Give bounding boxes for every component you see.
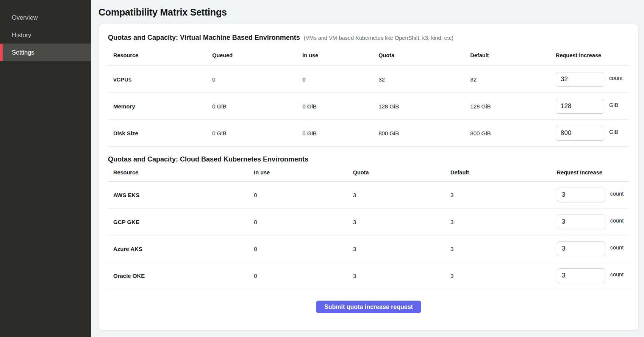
cloud-section-header: Quotas and Capacity: Cloud Based Kuberne… [108, 155, 629, 163]
in-use-value: 0 [254, 262, 353, 289]
table-row: Azure AKS 0 3 3 count [108, 235, 629, 262]
table-header-row: Resource Queued In use Quota Default Req… [108, 45, 629, 66]
cloud-quota-table: Resource In use Quota Default Request In… [108, 164, 629, 289]
submit-quota-increase-button[interactable]: Submit quota increase request [316, 301, 421, 313]
request-increase-input[interactable] [556, 126, 604, 141]
unit-label: GiB [609, 129, 618, 135]
unit-label: count [610, 245, 624, 251]
sidebar-item-settings[interactable]: Settings [0, 44, 91, 61]
request-increase-input[interactable] [556, 72, 604, 87]
unit-label: count [610, 271, 624, 277]
column-header-quota: Quota [353, 164, 450, 182]
sidebar: Overview History Settings [0, 0, 91, 337]
request-increase-input[interactable] [557, 268, 605, 283]
request-increase-input[interactable] [557, 241, 605, 256]
sidebar-item-label: Settings [12, 49, 34, 56]
column-header-quota: Quota [378, 45, 470, 66]
request-increase-input[interactable] [557, 215, 605, 229]
default-value: 3 [450, 208, 557, 235]
vm-section-header: Quotas and Capacity: Virtual Machine Bas… [108, 33, 629, 42]
default-value: 128 GiB [470, 93, 556, 120]
column-header-resource: Resource [108, 45, 212, 66]
resource-name: Azure AKS [108, 235, 254, 262]
sidebar-item-overview[interactable]: Overview [0, 9, 91, 26]
default-value: 32 [470, 66, 556, 93]
table-row: vCPUs 0 0 32 32 count [108, 66, 629, 93]
sidebar-item-label: History [12, 31, 31, 39]
in-use-value: 0 [254, 208, 353, 235]
in-use-value: 0 [254, 182, 353, 208]
vm-quota-table: Resource Queued In use Quota Default Req… [108, 45, 629, 147]
resource-name: Disk Size [108, 120, 212, 147]
column-header-in-use: In use [302, 45, 378, 66]
unit-label: count [609, 75, 622, 81]
unit-label: GiB [609, 102, 618, 108]
resource-name: Oracle OKE [108, 262, 254, 289]
request-increase-input[interactable] [556, 99, 604, 114]
sidebar-item-history[interactable]: History [0, 26, 91, 44]
unit-label: count [610, 191, 624, 197]
vm-section-title: Quotas and Capacity: Virtual Machine Bas… [108, 33, 300, 42]
queued-value: 0 GiB [212, 93, 302, 120]
app-root: Overview History Settings Compatibility … [0, 0, 644, 337]
column-header-resource: Resource [108, 164, 254, 182]
column-header-default: Default [450, 164, 557, 182]
table-row: AWS EKS 0 3 3 count [108, 182, 629, 208]
default-value: 3 [450, 182, 557, 208]
quota-value: 3 [353, 208, 450, 235]
queued-value: 0 GiB [212, 120, 302, 147]
submit-row: Submit quota increase request [108, 301, 629, 313]
in-use-value: 0 GiB [302, 93, 378, 120]
page-title: Compatibility Matrix Settings [98, 7, 639, 18]
resource-name: AWS EKS [108, 182, 254, 208]
quota-value: 3 [353, 235, 450, 262]
column-header-request-increase: Request Increase [557, 164, 629, 182]
default-value: 800 GiB [470, 120, 556, 147]
default-value: 3 [450, 262, 557, 289]
main-content: Compatibility Matrix Settings Quotas and… [91, 0, 644, 337]
vm-section-subtitle: (VMs and VM-based Kubernetes like OpenSh… [304, 35, 453, 41]
quota-value: 3 [353, 262, 450, 289]
resource-name: vCPUs [108, 66, 212, 93]
quota-value: 800 GiB [378, 120, 470, 147]
default-value: 3 [450, 235, 557, 262]
table-row: Disk Size 0 GiB 0 GiB 800 GiB 800 GiB Gi… [108, 120, 629, 147]
column-header-queued: Queued [212, 45, 302, 66]
column-header-default: Default [470, 45, 556, 66]
queued-value: 0 [212, 66, 302, 93]
cloud-section-title: Quotas and Capacity: Cloud Based Kuberne… [108, 155, 308, 163]
column-header-in-use: In use [254, 164, 353, 182]
request-increase-input[interactable] [557, 188, 605, 202]
quota-value: 128 GiB [378, 93, 470, 120]
settings-card: Quotas and Capacity: Virtual Machine Bas… [98, 24, 639, 331]
table-row: Memory 0 GiB 0 GiB 128 GiB 128 GiB GiB [108, 93, 629, 120]
resource-name: Memory [108, 93, 212, 120]
table-row: Oracle OKE 0 3 3 count [108, 262, 629, 289]
sidebar-item-label: Overview [12, 14, 38, 21]
in-use-value: 0 GiB [302, 120, 378, 147]
table-header-row: Resource In use Quota Default Request In… [108, 164, 629, 182]
in-use-value: 0 [302, 66, 378, 93]
quota-value: 3 [353, 182, 450, 208]
in-use-value: 0 [254, 235, 353, 262]
resource-name: GCP GKE [108, 208, 254, 235]
quota-value: 32 [378, 66, 470, 93]
table-row: GCP GKE 0 3 3 count [108, 208, 629, 235]
unit-label: count [610, 218, 624, 224]
column-header-request-increase: Request Increase [556, 45, 629, 66]
